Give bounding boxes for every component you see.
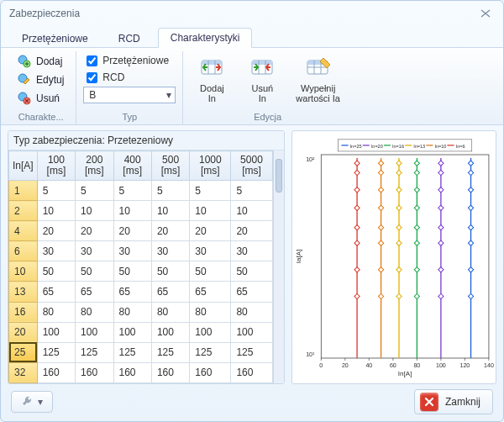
table-cell[interactable]: 125 <box>37 342 75 362</box>
table-row-header[interactable]: 1 <box>9 181 38 201</box>
table-cell[interactable]: 50 <box>190 261 231 282</box>
table-corner[interactable]: In[A] <box>9 151 38 181</box>
table-cell[interactable]: 30 <box>76 241 113 261</box>
table-cell[interactable]: 5 <box>37 181 75 201</box>
table-cell[interactable]: 80 <box>190 302 231 322</box>
table-cell[interactable]: 50 <box>76 261 113 282</box>
table-cell[interactable]: 100 <box>37 322 75 342</box>
table-cell[interactable]: 10 <box>190 201 231 221</box>
col-1000[interactable]: 1000[ms] <box>190 151 231 181</box>
col-5000[interactable]: 5000[ms] <box>231 151 272 181</box>
table-row-header[interactable]: 32 <box>9 362 38 382</box>
table-cell[interactable]: 160 <box>231 362 272 382</box>
tab-charakterystyki[interactable]: Charakterystyki <box>158 28 253 48</box>
table-cell[interactable]: 20 <box>151 221 189 241</box>
window: Zabezpieczenia Przetężeniowe RCD Charakt… <box>0 0 504 422</box>
table-cell[interactable]: 5 <box>113 181 151 201</box>
col-500[interactable]: 500[ms] <box>151 151 189 181</box>
checkbox-przetezeniowe-input[interactable] <box>87 55 97 66</box>
table-cell[interactable]: 125 <box>76 342 113 362</box>
characteristics-table[interactable]: In[A] 100[ms] 200[ms] 400[ms] 500[ms] 10… <box>8 150 273 383</box>
tab-przetezeniowe[interactable]: Przetężeniowe <box>9 29 101 48</box>
edytuj-button[interactable]: Edytuj <box>13 71 69 88</box>
table-cell[interactable]: 30 <box>190 241 231 261</box>
dodaj-in-button[interactable]: Dodaj In <box>190 53 234 105</box>
tools-split-button[interactable]: ▾ <box>11 391 53 413</box>
scrollbar-thumb[interactable] <box>276 159 282 193</box>
table-cell[interactable]: 125 <box>190 342 231 362</box>
window-close-button[interactable] <box>476 6 495 21</box>
table-cell[interactable]: 10 <box>76 201 113 221</box>
table-cell[interactable]: 20 <box>76 221 113 241</box>
table-cell[interactable]: 30 <box>37 241 75 261</box>
table-row-header[interactable]: 2 <box>9 201 38 221</box>
table-scrollbar[interactable] <box>273 150 284 383</box>
checkbox-rcd[interactable]: RCD <box>83 70 176 85</box>
table-row-header[interactable]: 13 <box>9 282 38 302</box>
table-cell[interactable]: 65 <box>37 282 75 302</box>
table-cell[interactable]: 5 <box>76 181 113 201</box>
table-row-header[interactable]: 20 <box>9 322 38 342</box>
table-cell[interactable]: 125 <box>231 342 272 362</box>
table-cell[interactable]: 80 <box>113 302 151 322</box>
col-400[interactable]: 400[ms] <box>113 151 151 181</box>
dodaj-button[interactable]: Dodaj <box>13 53 69 70</box>
table-cell[interactable]: 160 <box>190 362 231 382</box>
table-cell[interactable]: 30 <box>113 241 151 261</box>
checkbox-rcd-input[interactable] <box>87 72 97 83</box>
table-cell[interactable]: 50 <box>37 261 75 282</box>
table-row-header[interactable]: 25 <box>9 342 38 362</box>
checkbox-przetezeniowe[interactable]: Przetężeniowe <box>83 53 176 68</box>
wypelnij-button[interactable]: Wypełnij wartości Ia <box>291 53 345 105</box>
table-cell[interactable]: 5 <box>231 181 272 201</box>
table-cell[interactable]: 30 <box>151 241 189 261</box>
table-cell[interactable]: 160 <box>113 362 151 382</box>
table-cell[interactable]: 10 <box>113 201 151 221</box>
table-cell[interactable]: 65 <box>190 282 231 302</box>
table-cell[interactable]: 125 <box>113 342 151 362</box>
tab-rcd[interactable]: RCD <box>106 29 153 48</box>
table-cell[interactable]: 160 <box>37 362 75 382</box>
table-row-header[interactable]: 10 <box>9 261 38 282</box>
usun-button[interactable]: Usuń <box>13 90 69 107</box>
table-cell[interactable]: 10 <box>151 201 189 221</box>
table-cell[interactable]: 20 <box>190 221 231 241</box>
col-200[interactable]: 200[ms] <box>76 151 113 181</box>
table-row-header[interactable]: 16 <box>9 302 38 322</box>
table-cell[interactable]: 50 <box>231 261 272 282</box>
close-button[interactable]: Zamknij <box>414 389 493 414</box>
table-cell[interactable]: 50 <box>151 261 189 282</box>
table-cell[interactable]: 65 <box>76 282 113 302</box>
table-cell[interactable]: 80 <box>151 302 189 322</box>
table-cell[interactable]: 100 <box>151 322 189 342</box>
table-cell[interactable]: 100 <box>113 322 151 342</box>
table-cell[interactable]: 65 <box>231 282 272 302</box>
table-cell[interactable]: 80 <box>37 302 75 322</box>
table-cell[interactable]: 80 <box>76 302 113 322</box>
table-cell[interactable]: 160 <box>76 362 113 382</box>
table-cell[interactable]: 160 <box>151 362 189 382</box>
table-cell[interactable]: 65 <box>151 282 189 302</box>
table-cell[interactable]: 5 <box>151 181 189 201</box>
table-row-header[interactable]: 6 <box>9 241 38 261</box>
usun-label: Usuń <box>36 92 60 104</box>
table-cell[interactable]: 30 <box>231 241 272 261</box>
table-cell[interactable]: 10 <box>231 201 272 221</box>
type-combo[interactable]: B ▾ <box>83 87 176 103</box>
checkbox-przetezeniowe-label: Przetężeniowe <box>102 55 169 66</box>
col-100[interactable]: 100[ms] <box>37 151 75 181</box>
table-cell[interactable]: 125 <box>151 342 189 362</box>
table-cell[interactable]: 100 <box>190 322 231 342</box>
usun-in-button[interactable]: Usuń In <box>240 53 284 105</box>
table-cell[interactable]: 20 <box>37 221 75 241</box>
table-cell[interactable]: 5 <box>190 181 231 201</box>
table-cell[interactable]: 100 <box>231 322 272 342</box>
table-row-header[interactable]: 4 <box>9 221 38 241</box>
table-cell[interactable]: 100 <box>76 322 113 342</box>
table-cell[interactable]: 20 <box>231 221 272 241</box>
table-cell[interactable]: 50 <box>113 261 151 282</box>
table-cell[interactable]: 65 <box>113 282 151 302</box>
table-cell[interactable]: 80 <box>231 302 272 322</box>
table-cell[interactable]: 20 <box>113 221 151 241</box>
table-cell[interactable]: 10 <box>37 201 75 221</box>
